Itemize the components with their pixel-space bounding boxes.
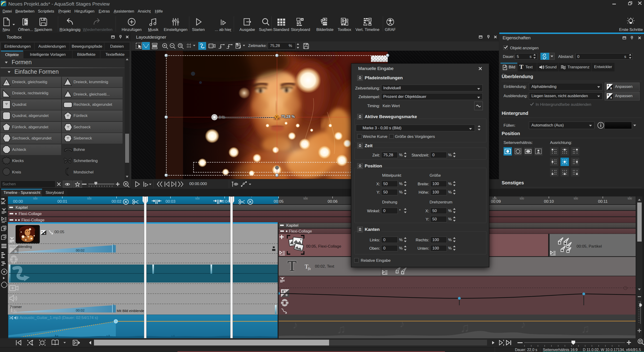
svg-text:♪: ♪ [400,318,405,330]
svg-text:♪: ♪ [292,319,298,331]
svg-text:fx: fx [308,266,311,270]
svg-text:A: A [610,96,612,99]
svg-text:B: B [610,87,612,90]
svg-text:♫: ♫ [581,322,590,335]
svg-text:B: B [44,232,45,234]
svg-text:♪: ♪ [520,318,526,330]
svg-text:B: B [608,94,609,96]
svg-text:A: A [608,84,609,87]
svg-text:A: A [42,231,43,233]
svg-text:♫: ♫ [337,322,346,336]
